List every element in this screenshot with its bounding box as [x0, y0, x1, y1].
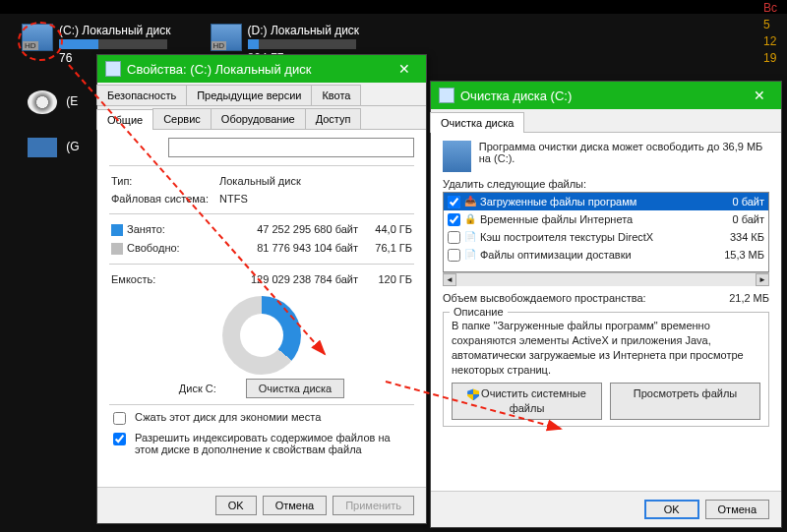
free-swatch: [111, 243, 123, 255]
drive-g[interactable]: (G: [28, 138, 80, 157]
volume-name-input[interactable]: [168, 138, 414, 157]
compress-checkbox[interactable]: Сжать этот диск для экономии места: [109, 411, 414, 428]
disk-cleanup-window: Очистка диска (C:) ✕ Очистка диска Прогр…: [430, 81, 782, 528]
tab-row-2: Общие Сервис Оборудование Доступ: [97, 106, 426, 130]
drive-label: (D:) Локальный диск: [248, 24, 360, 37]
general-tab-content: Тип:Локальный диск Файловая система:NTFS…: [97, 130, 426, 487]
disk-cleanup-button[interactable]: Очистка диска: [246, 379, 344, 398]
shield-icon: [467, 388, 479, 400]
download-icon: 📥: [464, 196, 476, 207]
properties-window: Свойства: (C:) Локальный диск ✕ Безопасн…: [96, 54, 427, 524]
disk-label: Диск C:: [179, 383, 216, 394]
window-title: Очистка диска (C:): [460, 89, 572, 103]
description-group: Описание В папке "Загруженные файлы прог…: [443, 312, 769, 427]
cancel-button[interactable]: Отмена: [705, 500, 769, 519]
file-name: Кэш построителя текстуры DirectX: [480, 231, 701, 243]
tab-hardware[interactable]: Оборудование: [211, 108, 306, 129]
titlebar[interactable]: Свойства: (C:) Локальный диск ✕: [97, 55, 426, 83]
lock-icon: 🔒: [464, 213, 476, 225]
apply-button[interactable]: Применить: [333, 496, 414, 515]
file-list[interactable]: 📥Загруженные файлы программ0 байт🔒Времен…: [443, 192, 769, 272]
tab-cleanup[interactable]: Очистка диска: [430, 112, 524, 133]
file-size: 0 байт: [705, 213, 764, 225]
file-row[interactable]: 📄Файлы оптимизации доставки15,3 МБ: [444, 246, 768, 264]
file-name: Загруженные файлы программ: [480, 196, 701, 207]
scroll-left-icon[interactable]: ◄: [443, 273, 456, 286]
folder-icon: [28, 138, 57, 157]
file-name: Временные файлы Интернета: [480, 213, 701, 225]
usage-pie-chart: [222, 296, 301, 375]
delete-files-label: Удалить следующие файлы:: [443, 178, 769, 190]
ok-button[interactable]: OK: [644, 500, 699, 519]
cleanup-content: Программа очистки диска может освободить…: [431, 133, 781, 491]
tab-general[interactable]: Общие: [96, 109, 153, 130]
ok-button[interactable]: OK: [215, 496, 257, 515]
file-row[interactable]: 📥Загруженные файлы программ0 байт: [444, 193, 768, 210]
explorer-toolbar: [0, 0, 787, 14]
drive-usage-bar: [248, 39, 356, 49]
tab-tools[interactable]: Сервис: [152, 108, 212, 129]
tab-row-1: Безопасность Предыдущие версии Квота: [97, 83, 426, 106]
index-checkbox[interactable]: Разрешить индексировать содержимое файло…: [109, 432, 414, 455]
disk-info-table: Тип:Локальный диск Файловая система:NTFS: [109, 172, 414, 207]
file-row[interactable]: 🔒Временные файлы Интернета0 байт: [444, 210, 768, 228]
description-text: В папке "Загруженные файлы программ" вре…: [452, 319, 760, 377]
freed-label: Объем высвобождаемого пространства:: [443, 292, 646, 304]
tab-previous-versions[interactable]: Предыдущие версии: [186, 85, 312, 105]
dialog-buttons: OK Отмена Применить: [97, 487, 426, 523]
file-checkbox[interactable]: [448, 196, 460, 208]
drive-icon: [105, 61, 121, 77]
file-checkbox[interactable]: [448, 231, 460, 244]
horizontal-scrollbar[interactable]: ◄►: [443, 272, 769, 286]
hdd-icon: [22, 24, 53, 51]
clean-system-files-button[interactable]: Очистить системные файлы: [452, 383, 602, 420]
file-size: 15,3 МБ: [705, 249, 764, 261]
close-button[interactable]: ✕: [742, 82, 777, 109]
file-name: Файлы оптимизации доставки: [480, 249, 701, 261]
cleanup-tabs: Очистка диска: [431, 109, 781, 133]
close-button[interactable]: ✕: [387, 55, 422, 83]
file-size: 0 байт: [705, 196, 764, 207]
window-title: Свойства: (C:) Локальный диск: [127, 62, 311, 77]
hdd-icon: [211, 24, 242, 51]
cancel-button[interactable]: Отмена: [263, 496, 327, 515]
cleanup-icon: [439, 88, 454, 103]
view-files-button[interactable]: Просмотреть файлы: [610, 383, 760, 420]
drive-usage-bar: [59, 39, 167, 49]
drive-e[interactable]: (E: [28, 90, 78, 114]
scroll-right-icon[interactable]: ►: [756, 273, 769, 286]
titlebar[interactable]: Очистка диска (C:) ✕: [431, 82, 781, 109]
tab-quota[interactable]: Квота: [311, 85, 361, 105]
description-legend: Описание: [450, 305, 508, 320]
freed-value: 21,2 МБ: [729, 292, 769, 304]
file-icon: 📄: [464, 249, 476, 261]
file-icon: 📄: [464, 231, 476, 243]
cleanup-intro: Программа очистки диска может освободить…: [479, 141, 769, 164]
tab-security[interactable]: Безопасность: [96, 85, 187, 105]
dvd-icon: [28, 90, 57, 114]
tab-sharing[interactable]: Доступ: [305, 108, 362, 129]
drive-label: (C:) Локальный диск: [59, 24, 171, 37]
file-checkbox[interactable]: [448, 213, 460, 226]
file-size: 334 КБ: [705, 231, 764, 243]
used-swatch: [111, 224, 123, 236]
file-row[interactable]: 📄Кэш построителя текстуры DirectX334 КБ: [444, 228, 768, 246]
dialog-buttons: OK Отмена: [431, 491, 781, 527]
file-checkbox[interactable]: [448, 249, 460, 262]
drive-icon: [443, 141, 471, 172]
